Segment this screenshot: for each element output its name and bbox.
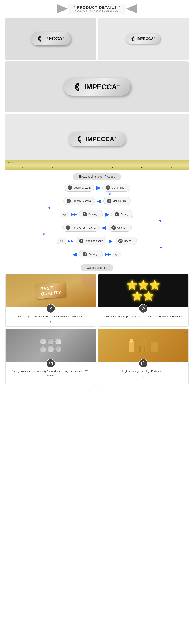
product-images-row1: PECCA™ IMPECCA™	[0, 16, 194, 61]
process-row-5: QC ▶▶ 9 Dropping epoxy ▶ 10 Drying	[4, 237, 190, 245]
arrow-5-6: ▶	[105, 212, 109, 218]
quality-card-1-more[interactable]: ›	[50, 320, 51, 324]
quality-card-2-more[interactable]: ›	[143, 320, 144, 324]
arrow-down-4: ▼	[48, 206, 51, 210]
quality-card-2-text: Material does not adopt a grade material…	[101, 315, 185, 318]
arrow-left-11: ◀	[73, 251, 77, 258]
quality-card-1-text: Large cargo quality does not match requi…	[9, 315, 93, 318]
arrow-1-2: ▶	[96, 185, 100, 191]
arrow-down-8: ▼	[42, 232, 46, 236]
product-image-2: IMPECCA™	[98, 18, 188, 60]
svg-rect-1	[49, 362, 50, 363]
process-step-8: 8 Remove rest material	[62, 224, 99, 232]
process-step-6: 6 Drying	[111, 210, 133, 218]
process-row-6: ◀ 11 Packing ▶▶ QC	[4, 250, 190, 258]
qc-badge-2: QC	[57, 238, 66, 244]
process-section-label: Epoxy resin sticker Process	[0, 174, 194, 180]
quality-card-3-more[interactable]: ›	[50, 378, 51, 382]
process-row-4: 8 Remove rest material ◀ 7 Cutting	[4, 224, 190, 232]
header-subtitle: WENZHOU CITY MINGYUAN SIGN CO., LTD.	[74, 10, 121, 12]
quality-card-2-image: ⭐⭐⭐ ⭐⭐ ✦ ✦	[98, 274, 188, 307]
quality-card-4-image: 📦	[98, 329, 188, 362]
product-image-4: IMPECCA™ 0.5 mm 1 2 3 .4 5 6	[6, 114, 188, 170]
quality-card-4-text: Logistic damage, crusting -100% refund	[101, 370, 185, 373]
process-step-10: 10 Drying	[115, 237, 137, 245]
process-step-9: 9 Dropping epoxy	[76, 237, 106, 245]
quality-card-1: BESTQUALITY ✓ Large cargo quality does n…	[6, 274, 96, 326]
process-step-11: 11 Packing	[79, 250, 103, 258]
quality-card-1-image: BESTQUALITY	[6, 274, 96, 307]
product-image-3: IMPECCA™	[6, 61, 188, 112]
process-step-2: 2 Confirming	[103, 184, 130, 192]
svg-rect-5	[141, 362, 145, 365]
qc-badge-3: QC	[113, 252, 121, 257]
process-step-3: 3 Making Film	[104, 197, 131, 205]
process-step-1: 1 Design artwork	[64, 184, 94, 192]
svg-rect-3	[51, 362, 52, 362]
process-step-5: 5 Printing	[79, 210, 103, 218]
svg-rect-8	[143, 362, 144, 362]
quality-card-2: ⭐⭐⭐ ⭐⭐ ✦ ✦ ◎ Material does not adopt a g…	[98, 274, 188, 326]
process-row-1: 1 Design artwork ▶ 2 Confirming	[4, 184, 190, 192]
quality-card-4: 📦 Logistic damage, crusting -100% refund…	[98, 329, 188, 385]
quality-card-3: Anti-aging cannot meet warranty 8 years …	[6, 329, 96, 385]
quality-card-3-image	[6, 329, 96, 362]
arrow-3-4: ◀	[97, 198, 101, 204]
quality-card-3-text: Anti-aging cannot meet warranty 8 years …	[9, 370, 93, 377]
quality-card-4-more[interactable]: ›	[143, 375, 144, 378]
process-diagram: 1 Design artwork ▶ 2 Confirming ▼ 4 Prep…	[0, 184, 194, 261]
arrow-down-6: ▼	[158, 219, 162, 223]
arrow-down-2: ▼	[108, 192, 112, 196]
arrow-down-10: ▼	[159, 246, 163, 250]
svg-rect-2	[49, 364, 50, 364]
process-row-2: 4 Prepare Material ◀ 3 Making Film	[4, 197, 190, 205]
arrow-11-qc: ▶▶	[105, 252, 111, 256]
product-image-1: PECCA™	[6, 18, 96, 60]
quality-grid: BESTQUALITY ✓ Large cargo quality does n…	[0, 274, 194, 390]
header-title: " PRODUCT DETAILS "	[74, 6, 121, 10]
quality-section-label: Quality promise	[0, 264, 194, 271]
svg-rect-0	[49, 362, 53, 365]
svg-rect-7	[143, 362, 143, 362]
arrow-9-10: ▶	[109, 238, 113, 244]
process-row-3: QC ▶▶ 5 Printing ▶ 6 Drying	[4, 210, 190, 218]
process-step-4: 4 Prepare Material	[63, 197, 95, 205]
qc-badge-1: QC	[61, 212, 69, 217]
arrow-7-8: ◀	[102, 225, 106, 231]
process-step-7: 7 Cutting	[108, 224, 132, 232]
